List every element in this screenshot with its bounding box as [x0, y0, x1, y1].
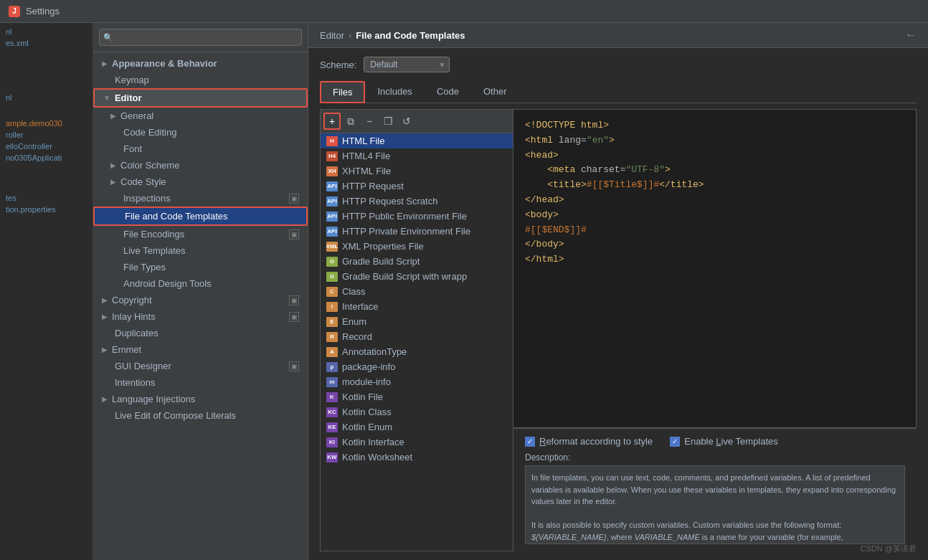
- file-item-http-request[interactable]: API HTTP Request: [321, 179, 513, 194]
- sidebar-item-android-design[interactable]: Android Design Tools: [93, 275, 308, 292]
- sidebar-item-appearance[interactable]: ▶ Appearance & Behavior: [93, 55, 308, 72]
- file-item-enum[interactable]: E Enum: [321, 314, 513, 329]
- copy-template-button[interactable]: ⧉: [342, 113, 359, 130]
- code-content[interactable]: <!DOCTYPE html> <html lang="en"> <head> …: [513, 110, 916, 427]
- file-item-module-info[interactable]: m module-info: [321, 374, 513, 389]
- code-tag: <body>: [525, 209, 559, 220]
- sidebar-item-file-encodings[interactable]: File Encodings ▣: [93, 226, 308, 242]
- sidebar-item-inspections[interactable]: Inspections ▣: [93, 190, 308, 207]
- sidebar-item-label: Language Injections: [112, 394, 195, 404]
- remove-template-button[interactable]: −: [361, 113, 378, 130]
- tab-other[interactable]: Other: [471, 81, 519, 103]
- sidebar-item-general[interactable]: ▶ General: [93, 108, 308, 124]
- sidebar-item-intentions[interactable]: Intentions: [93, 374, 308, 391]
- file-item-kotlin-class[interactable]: KC Kotlin Class: [321, 404, 513, 419]
- file-item-http-private[interactable]: API HTTP Private Environment File: [321, 224, 513, 239]
- arrow-icon: ▶: [102, 395, 108, 403]
- file-item-label: Kotlin Interface: [342, 437, 404, 447]
- code-line: <title>#[[$Title$]]#</title>: [525, 178, 904, 193]
- reset-template-button[interactable]: ↺: [398, 113, 415, 130]
- sidebar-item-code-editing[interactable]: Code Editing: [93, 124, 308, 141]
- sidebar-item-font[interactable]: Font: [93, 141, 308, 157]
- content-area: Scheme: Default Project ▼ Files Includes…: [308, 48, 928, 560]
- sidebar-item-live-templates[interactable]: Live Templates: [93, 242, 308, 259]
- sidebar-item-duplicates[interactable]: Duplicates: [93, 325, 308, 341]
- file-item-xhtml[interactable]: XH XHTML File: [321, 163, 513, 179]
- interface-icon: I: [326, 302, 338, 312]
- tab-code[interactable]: Code: [425, 81, 471, 103]
- description-text: In file templates, you can use text, cod…: [525, 465, 905, 544]
- code-editor: <!DOCTYPE html> <html lang="en"> <head> …: [513, 109, 917, 428]
- file-item-label: Class: [342, 286, 366, 297]
- add-template-button[interactable]: +: [323, 113, 341, 130]
- arrow-icon: ▶: [102, 60, 108, 67]
- file-item-html[interactable]: H HTML File: [321, 133, 513, 148]
- tab-includes[interactable]: Includes: [365, 81, 424, 103]
- sidebar-item-label: File Types: [123, 262, 166, 272]
- live-templates-checkbox[interactable]: ✓: [670, 437, 680, 447]
- file-item-xml-props[interactable]: XML XML Properties File: [321, 239, 513, 254]
- file-item-html4[interactable]: H4 HTML4 File: [321, 148, 513, 163]
- sidebar-item-inlay-hints[interactable]: ▶ Inlay Hints ▣: [93, 308, 308, 325]
- code-tag: </head>: [525, 194, 564, 205]
- code-tag: </html>: [525, 254, 564, 265]
- api-public-icon: API: [326, 212, 338, 222]
- file-item-kotlin-worksheet[interactable]: KW Kotlin Worksheet: [321, 450, 513, 465]
- back-button[interactable]: ←: [905, 29, 917, 42]
- file-item-label: XML Properties File: [342, 241, 424, 252]
- code-line: <html lang="en">: [525, 133, 904, 148]
- sidebar-item-emmet[interactable]: ▶ Emmet: [93, 341, 308, 358]
- sidebar-item-code-style[interactable]: ▶ Code Style: [93, 174, 308, 190]
- left-file-1: nl: [0, 26, 93, 37]
- code-attr: charset: [581, 164, 620, 175]
- file-item-kotlin-interface[interactable]: KI Kotlin Interface: [321, 435, 513, 450]
- code-line: <head>: [525, 148, 904, 163]
- sidebar-item-file-templates[interactable]: File and Code Templates: [93, 207, 308, 226]
- sidebar-item-language-injections[interactable]: ▶ Language Injections: [93, 391, 308, 407]
- file-item-kotlin-file[interactable]: K Kotlin File: [321, 389, 513, 404]
- sidebar-item-file-types[interactable]: File Types: [93, 259, 308, 275]
- reformat-checkbox-label[interactable]: ✓ Reformat according to style: [525, 436, 653, 447]
- sidebar-item-copyright[interactable]: ▶ Copyright ▣: [93, 292, 308, 308]
- file-item-interface[interactable]: I Interface: [321, 299, 513, 314]
- file-item-annotation[interactable]: A AnnotationType: [321, 344, 513, 359]
- sidebar-item-gui-designer[interactable]: GUI Designer ▣: [93, 358, 308, 374]
- code-tag: <head>: [525, 150, 559, 161]
- file-item-kotlin-enum[interactable]: KE Kotlin Enum: [321, 419, 513, 435]
- description-label: Description:: [525, 452, 905, 462]
- file-item-record[interactable]: R Record: [321, 329, 513, 344]
- file-item-label: Kotlin Class: [342, 407, 392, 417]
- sidebar-item-label: Live Templates: [123, 245, 185, 256]
- sidebar-item-editor[interactable]: ▼ Editor: [93, 88, 308, 108]
- duplicate-template-button[interactable]: ❐: [379, 113, 397, 130]
- scheme-select[interactable]: Default Project: [364, 57, 450, 72]
- settings-sidebar: 🔍 ▶ Appearance & Behavior Keymap: [93, 23, 308, 560]
- sidebar-item-color-scheme[interactable]: ▶ Color Scheme: [93, 157, 308, 174]
- sidebar-item-keymap[interactable]: Keymap: [93, 72, 308, 88]
- code-tag: <title>: [525, 179, 587, 190]
- tab-files[interactable]: Files: [320, 81, 365, 103]
- settings-tree: ▶ Appearance & Behavior Keymap ▼ Editor: [93, 52, 308, 560]
- code-tag: <meta: [525, 164, 581, 175]
- code-tag: </body>: [525, 239, 564, 250]
- file-item-http-public[interactable]: API HTTP Public Environment File: [321, 209, 513, 224]
- bottom-panel: ✓ Reformat according to style ✓ Enable L…: [513, 428, 917, 551]
- sidebar-item-live-edit-compose[interactable]: Live Edit of Compose Literals: [93, 407, 308, 424]
- gui-designer-badge: ▣: [289, 361, 299, 371]
- file-item-http-scratch[interactable]: API HTTP Request Scratch: [321, 194, 513, 209]
- sidebar-item-label: GUI Designer: [115, 361, 171, 371]
- reformat-checkbox[interactable]: ✓: [525, 437, 535, 447]
- file-item-gradle-wrap[interactable]: G Gradle Build Script with wrapp: [321, 269, 513, 284]
- file-item-label: HTTP Public Environment File: [342, 211, 467, 222]
- sidebar-item-label: File and Code Templates: [125, 211, 228, 222]
- file-item-gradle[interactable]: G Gradle Build Script: [321, 254, 513, 269]
- file-item-class[interactable]: C Class: [321, 284, 513, 299]
- code-tag: <!DOCTYPE html>: [525, 120, 609, 130]
- settings-search-input[interactable]: [99, 29, 302, 46]
- live-templates-checkbox-label[interactable]: ✓ Enable Live Templates: [670, 436, 778, 447]
- arrow-icon: ▼: [103, 94, 110, 102]
- file-item-package-info[interactable]: p package-info: [321, 359, 513, 374]
- title-text: Settings: [26, 6, 60, 16]
- scheme-label: Scheme:: [320, 60, 356, 70]
- left-file-5: tion.properties: [0, 204, 93, 215]
